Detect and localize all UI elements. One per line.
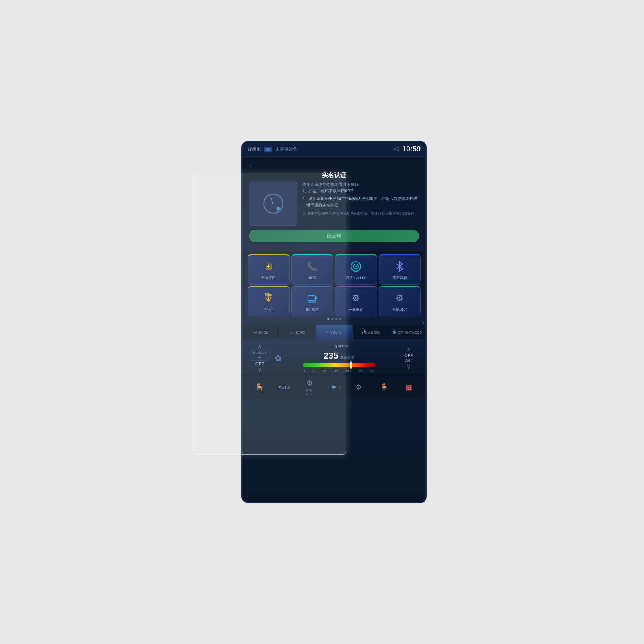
climate-left: ∧ TRING2.5 -- OFF ∨ bbox=[248, 343, 272, 373]
seat-btn[interactable]: 🪑 bbox=[377, 383, 391, 392]
page-dot-1[interactable] bbox=[327, 318, 329, 320]
temp-left-down[interactable]: ∨ bbox=[258, 367, 262, 373]
seat-heat-right-icon: ▦ bbox=[405, 383, 412, 392]
pm-value: 235 bbox=[324, 351, 339, 361]
home-ctrl-label: HOME bbox=[294, 330, 305, 334]
app-label-phone: 电话 bbox=[309, 275, 316, 281]
dialog-step1: 1、扫描二维码下载本田APP bbox=[302, 188, 419, 194]
app-usb[interactable]: USB bbox=[248, 286, 290, 316]
app-icon-vehicle-settings: ⚙ bbox=[392, 291, 407, 305]
app-phone[interactable]: 📞 电话 bbox=[291, 254, 334, 285]
airflow-settings-icon: ⚙ bbox=[355, 383, 362, 392]
vol-minus[interactable]: – bbox=[327, 330, 329, 334]
app-icon-settings: ⚙ bbox=[349, 291, 363, 305]
app-label-bluetooth: 蓝牙音频 bbox=[392, 275, 407, 281]
app-label-ev: EV 驾乘 bbox=[305, 307, 319, 312]
app-icon-usb bbox=[261, 291, 276, 305]
seat-icon: 🪑 bbox=[380, 383, 388, 392]
app-carlife[interactable]: 百度 CarLife bbox=[335, 254, 377, 285]
dialog-text: 使用此系统前您需要做以下操作 1、扫描二维码下载本田APP 2、使用本田APP扫… bbox=[302, 182, 419, 226]
back-control-btn[interactable]: ↩ BACK bbox=[243, 325, 279, 340]
device-status: 未连接设备 bbox=[275, 146, 297, 152]
climate-right-status: OFF bbox=[404, 353, 413, 358]
seat-heat-left-btn[interactable]: 🪑 bbox=[252, 383, 266, 392]
fan-speed-icon: ✦ bbox=[330, 382, 337, 392]
app-label-carlife: 百度 CarLife bbox=[346, 275, 366, 281]
pm-unit: 量值乐受 bbox=[340, 355, 355, 359]
app-vehicle-settings[interactable]: ⚙ 车辆设定 bbox=[379, 286, 421, 316]
screen-container: 视像系 未连接设备 4G 10:59 ‹ 实名认证 bbox=[217, 141, 427, 503]
bottom-controls: 🪑 AUTO ⚙ ON/OFF ‹ ✦ › ⚙ 🪑 ▦ bbox=[243, 376, 425, 398]
vol-control-btn[interactable]: – VOL + bbox=[316, 325, 353, 340]
next-page-chevron[interactable]: › bbox=[422, 318, 425, 327]
climate-section: ∧ TRING2.5 -- OFF ∨ ✿ 车内PM2.5 235 量值乐受 bbox=[243, 340, 425, 376]
fan-on-off-label: ON/OFF bbox=[306, 388, 313, 396]
app-bluetooth[interactable]: 蓝牙音频 bbox=[379, 254, 421, 285]
dialog-step2: 2、使用本田APP扫描二维码确认您是车主，在激活前您需要扫描二维码进行实名认证 bbox=[302, 196, 419, 208]
temp-right-up[interactable]: ∧ bbox=[407, 347, 411, 352]
app-icon-ev bbox=[305, 291, 320, 305]
control-bar: ↩ BACK ⌂ HOME – VOL + ⏻ AUDIO ✱ BRIGHTNE… bbox=[243, 325, 425, 340]
fan-speed-right[interactable]: › bbox=[339, 384, 341, 390]
confirm-button[interactable]: 已完成 bbox=[249, 230, 419, 242]
status-right: 4G 10:59 bbox=[394, 145, 421, 153]
fan-icon-left: ✿ bbox=[275, 353, 282, 363]
back-button[interactable]: ‹ bbox=[249, 161, 419, 170]
app-all-apps[interactable]: ⊞ 所有应用 bbox=[248, 254, 290, 285]
clock: 10:59 bbox=[402, 145, 421, 153]
status-left: 视像系 未连接设备 bbox=[248, 146, 297, 152]
dialog-description: 使用此系统前您需要做以下操作 1、扫描二维码下载本田APP 2、使用本田APP扫… bbox=[302, 182, 419, 208]
audio-control-btn[interactable]: ⏻ AUDIO bbox=[353, 325, 389, 340]
tring-value: -- bbox=[252, 355, 267, 359]
pm-scale-35: 35 bbox=[312, 369, 315, 373]
app-ev[interactable]: EV 驾乘 bbox=[291, 286, 334, 316]
app-settings[interactable]: ⚙ 一般设置 bbox=[335, 286, 377, 316]
climate-left-status: OFF bbox=[255, 361, 264, 366]
fan-speed-left[interactable]: ‹ bbox=[327, 384, 329, 390]
brightness-icon: ✱ bbox=[393, 330, 397, 335]
page-dot-3[interactable] bbox=[335, 318, 337, 320]
vol-label: VOL bbox=[330, 330, 338, 334]
page-dot-2[interactable] bbox=[331, 318, 333, 320]
signal-icon: 4G bbox=[394, 147, 400, 151]
apps-grid: ⊞ 所有应用 📞 电话 百度 CarLife bbox=[248, 254, 421, 316]
app-label-apps: 所有应用 bbox=[261, 275, 276, 281]
back-ctrl-icon: ↩ bbox=[253, 330, 257, 335]
svg-rect-5 bbox=[269, 294, 271, 296]
ac-label: A/C bbox=[405, 359, 412, 363]
seat-heat-right-btn[interactable]: ▦ bbox=[402, 383, 416, 392]
home-control-btn[interactable]: ⌂ HOME bbox=[279, 325, 316, 340]
pm-scale-115: 115 bbox=[333, 369, 338, 373]
climate-center: 车内PM2.5 235 量值乐受 0 35 75 115 150 250 500 bbox=[285, 344, 393, 373]
pm-scale-150: 150 bbox=[345, 369, 351, 373]
tring-display: TRING2.5 -- bbox=[250, 350, 270, 361]
auto-label: AUTO bbox=[279, 385, 290, 390]
temp-left-up[interactable]: ∧ bbox=[258, 343, 262, 349]
app-label-usb: USB bbox=[265, 307, 272, 311]
app-icon-phone: 📞 bbox=[305, 259, 320, 274]
audio-label: AUDIO bbox=[368, 330, 380, 334]
app-label-settings: 一般设置 bbox=[349, 307, 363, 312]
temp-right-down[interactable]: ∨ bbox=[407, 364, 411, 369]
page-dot-4[interactable] bbox=[339, 318, 341, 320]
apps-section: ⊞ 所有应用 📞 电话 百度 CarLife bbox=[243, 251, 425, 325]
pm-bar bbox=[303, 363, 376, 367]
brightness-control-btn[interactable]: ✱ BRIGHTNESS bbox=[389, 325, 425, 340]
status-bar: 视像系 未连接设备 4G 10:59 bbox=[243, 142, 425, 157]
car-screen: 视像系 未连接设备 4G 10:59 ‹ 实名认证 bbox=[242, 141, 427, 503]
pm-marker bbox=[350, 361, 352, 369]
pm-scale: 0 35 75 115 150 250 500 bbox=[303, 369, 376, 373]
pm-scale-250: 250 bbox=[357, 369, 363, 373]
pm-scale-500: 500 bbox=[370, 369, 375, 373]
vol-plus[interactable]: + bbox=[339, 330, 341, 334]
pm-scale-0: 0 bbox=[303, 369, 305, 373]
fan-on-off-btn[interactable]: ⚙ ON/OFF bbox=[302, 379, 317, 396]
status-app-name: 视像系 bbox=[248, 146, 261, 152]
pm-label: 车内PM2.5 bbox=[330, 344, 348, 349]
pm-value-container: 235 量值乐受 bbox=[324, 351, 355, 361]
airflow-settings-btn[interactable]: ⚙ bbox=[351, 383, 366, 392]
back-ctrl-label: BACK bbox=[259, 330, 269, 334]
dialog-note: ※ 使用本田APP完交实名认证需4成功后，验证须花大概差等5-10分钟 bbox=[302, 211, 419, 217]
auto-btn[interactable]: AUTO bbox=[277, 385, 291, 390]
fan-speed-control: ‹ ✦ › bbox=[327, 382, 341, 392]
